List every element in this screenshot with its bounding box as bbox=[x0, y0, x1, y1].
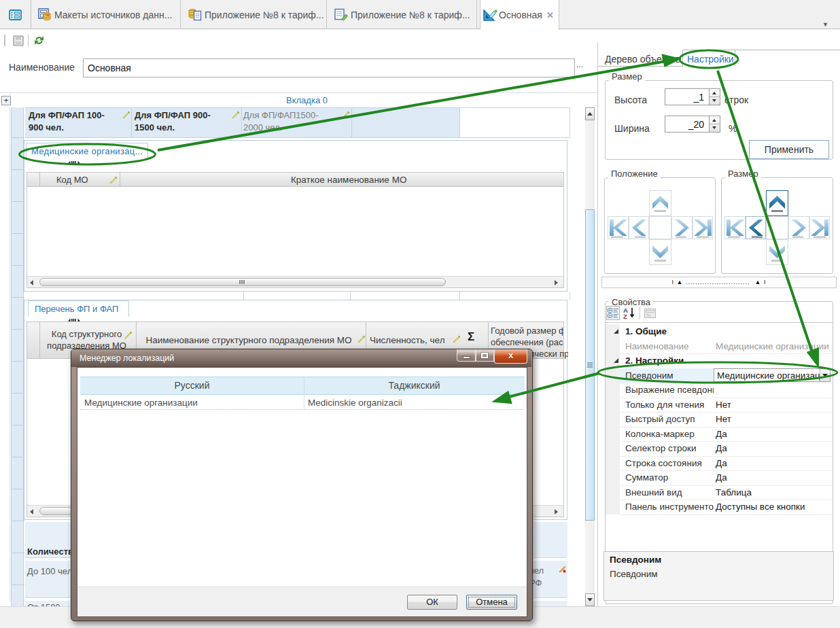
svg-text:+: + bbox=[609, 308, 612, 313]
svg-text:Z: Z bbox=[623, 313, 627, 319]
svg-text:+: + bbox=[609, 313, 612, 318]
